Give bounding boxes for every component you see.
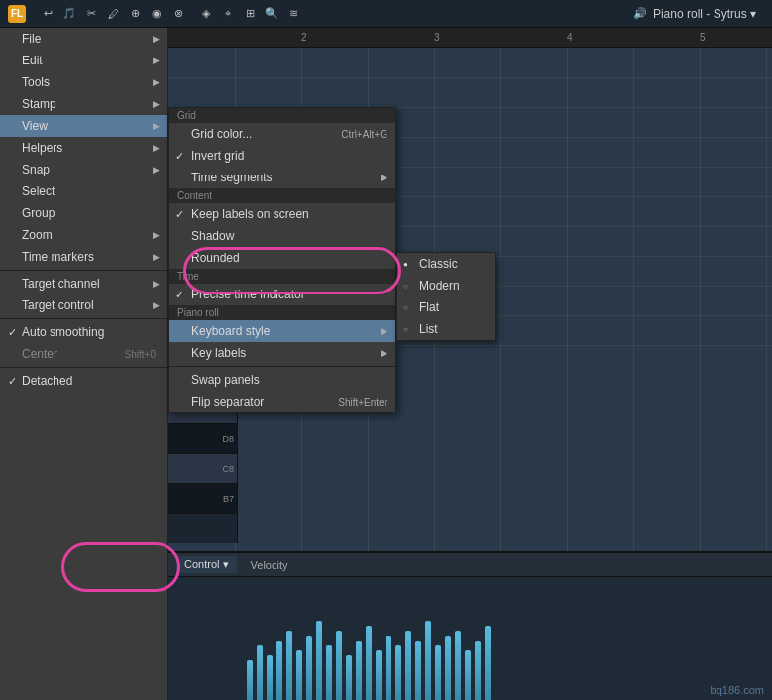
submenu-key-labels[interactable]: Key labels ▶	[169, 342, 395, 364]
main-area: File ▶ Edit ▶ Tools ▶ Stamp ▶ View ▶ Hel…	[0, 28, 772, 700]
menu-helpers[interactable]: Helpers ▶	[0, 137, 167, 159]
menu-time-markers[interactable]: Time markers ▶	[0, 246, 167, 268]
toolbar-icon-5[interactable]: ⊕	[125, 4, 145, 24]
vel-slider-9[interactable]	[326, 645, 332, 700]
view-submenu: Grid Grid color... Ctrl+Alt+G ✓ Invert g…	[168, 107, 396, 413]
menu-view[interactable]: View ▶	[0, 115, 167, 137]
toolbar: ↩ 🎵 ✂ 🖊 ⊕ ◉ ⊗ ◈ ⌖ ⊞ 🔍 ≋	[34, 4, 633, 24]
menu-file[interactable]: File ▶	[0, 28, 167, 50]
keyboard-modern[interactable]: Modern	[397, 275, 495, 296]
piano-key-d8: D8	[168, 424, 237, 454]
section-label-content: Content	[169, 188, 395, 203]
ruler-mark-3: 3	[434, 32, 440, 43]
submenu-invert-grid[interactable]: ✓ Invert grid	[169, 145, 395, 167]
divider-2	[0, 318, 167, 319]
keyboard-list[interactable]: List	[397, 318, 495, 340]
submenu-divider	[169, 366, 395, 367]
divider-1	[0, 270, 167, 271]
vel-slider-12[interactable]	[356, 641, 362, 700]
ruler: 2 3 4 5	[168, 28, 772, 48]
menu-group[interactable]: Group	[0, 202, 167, 224]
submenu-swap-panels[interactable]: Swap panels	[169, 369, 395, 391]
vel-slider-24[interactable]	[475, 641, 481, 700]
keyboard-style-submenu: Classic Modern Flat List	[396, 252, 496, 341]
piano-keys: E9 D8 C8 B7	[168, 395, 238, 543]
watermark: bq186.com	[711, 684, 764, 696]
toolbar-icon-4[interactable]: 🖊	[103, 4, 123, 24]
vel-slider-10[interactable]	[336, 631, 342, 700]
submenu-shadow[interactable]: Shadow	[169, 225, 395, 247]
menu-select[interactable]: Select	[0, 180, 167, 202]
toolbar-icon-12[interactable]: ≋	[283, 4, 303, 24]
menu-target-control[interactable]: Target control ▶	[0, 294, 167, 316]
vel-slider-2[interactable]	[257, 645, 263, 700]
submenu-grid-color[interactable]: Grid color... Ctrl+Alt+G	[169, 123, 395, 145]
keyboard-classic[interactable]: Classic	[397, 253, 495, 275]
vel-slider-22[interactable]	[455, 631, 461, 700]
submenu-precise-time[interactable]: ✓ Precise time indicator	[169, 284, 395, 305]
menu-edit[interactable]: Edit ▶	[0, 50, 167, 71]
vel-slider-15[interactable]	[386, 636, 391, 700]
vel-slider-7[interactable]	[306, 636, 312, 700]
submenu-keep-labels[interactable]: ✓ Keep labels on screen	[169, 203, 395, 225]
menu-center[interactable]: Center Shift+0	[0, 343, 167, 365]
submenu-time-segments[interactable]: Time segments ▶	[169, 167, 395, 188]
vel-slider-21[interactable]	[445, 636, 451, 700]
vel-slider-4[interactable]	[276, 641, 282, 700]
velocity-sliders-container	[243, 591, 772, 700]
vel-slider-23[interactable]	[465, 650, 471, 700]
vel-slider-13[interactable]	[366, 626, 372, 700]
vel-slider-16[interactable]	[395, 645, 401, 700]
piano-key-b7: B7	[168, 484, 237, 514]
ruler-mark-2: 2	[301, 32, 307, 43]
window-title: Piano roll - Sytrus ▾	[653, 7, 756, 21]
toolbar-icon-11[interactable]: 🔍	[262, 4, 281, 24]
vel-slider-5[interactable]	[286, 631, 292, 700]
submenu-rounded[interactable]: Rounded	[169, 247, 395, 269]
vel-slider-3[interactable]	[267, 655, 273, 700]
vel-slider-25[interactable]	[485, 626, 491, 700]
submenu-keyboard-style[interactable]: Keyboard style ▶	[169, 320, 395, 342]
vel-slider-11[interactable]	[346, 655, 352, 700]
toolbar-icon-6[interactable]: ◉	[147, 4, 166, 24]
submenu-flip-separator[interactable]: Flip separator Shift+Enter	[169, 391, 395, 412]
menu-target-channel[interactable]: Target channel ▶	[0, 273, 167, 294]
toolbar-icon-3[interactable]: ✂	[81, 4, 101, 24]
toolbar-icon-7[interactable]: ⊗	[168, 4, 188, 24]
left-menu: File ▶ Edit ▶ Tools ▶ Stamp ▶ View ▶ Hel…	[0, 28, 168, 700]
section-label-piano-roll: Piano roll	[169, 305, 395, 320]
toolbar-icon-10[interactable]: ⊞	[240, 4, 260, 24]
control-tab[interactable]: Control ▾	[176, 556, 237, 573]
ruler-mark-4: 4	[567, 32, 573, 43]
vel-slider-18[interactable]	[415, 641, 421, 700]
vel-slider-6[interactable]	[296, 650, 302, 700]
keyboard-flat[interactable]: Flat	[397, 296, 495, 318]
toolbar-icon-2[interactable]: 🎵	[59, 4, 79, 24]
app-logo: FL	[8, 5, 26, 23]
menu-zoom[interactable]: Zoom ▶	[0, 224, 167, 246]
menu-snap[interactable]: Snap ▶	[0, 159, 167, 180]
vel-slider-14[interactable]	[376, 650, 382, 700]
ruler-mark-5: 5	[700, 32, 706, 43]
velocity-area: Control ▾ Velocity	[168, 551, 772, 700]
title-bar: FL ↩ 🎵 ✂ 🖊 ⊕ ◉ ⊗ ◈ ⌖ ⊞ 🔍 ≋ 🔊 Piano roll …	[0, 0, 772, 28]
toolbar-icon-8[interactable]: ◈	[196, 4, 216, 24]
vel-slider-17[interactable]	[405, 631, 411, 700]
vel-slider-8[interactable]	[316, 621, 322, 700]
velocity-tab[interactable]: Velocity	[243, 557, 296, 573]
section-label-time: Time	[169, 269, 395, 284]
vel-slider-1[interactable]	[247, 660, 253, 700]
divider-3	[0, 367, 167, 368]
toolbar-icon-9[interactable]: ⌖	[218, 4, 238, 24]
toolbar-icon-1[interactable]: ↩	[38, 4, 57, 24]
vel-slider-19[interactable]	[425, 621, 431, 700]
menu-auto-smoothing[interactable]: ✓ Auto smoothing	[0, 321, 167, 343]
grid-h-1	[168, 77, 772, 78]
section-label-grid: Grid	[169, 108, 395, 123]
menu-stamp[interactable]: Stamp ▶	[0, 93, 167, 115]
menu-tools[interactable]: Tools ▶	[0, 71, 167, 93]
velocity-header: Control ▾ Velocity	[168, 553, 772, 577]
piano-key-c8: C8	[168, 454, 237, 484]
vel-slider-20[interactable]	[435, 645, 441, 700]
menu-detached[interactable]: ✓ Detached	[0, 370, 167, 392]
